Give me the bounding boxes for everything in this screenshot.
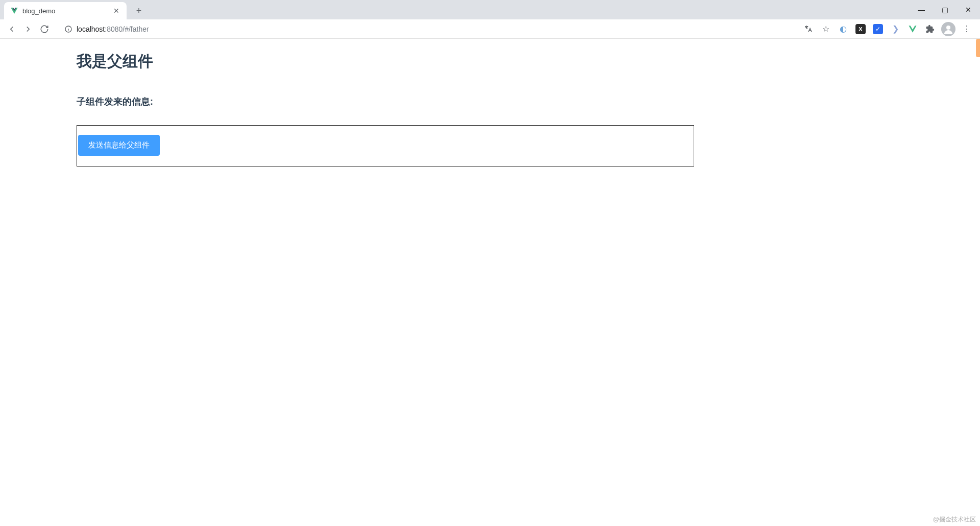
page-title: 我是父组件 xyxy=(77,51,694,72)
translate-icon[interactable] xyxy=(802,23,815,35)
content-wrapper: 我是父组件 子组件发来的信息: 发送信息给父组件 xyxy=(77,51,694,166)
vue-favicon xyxy=(10,7,18,15)
send-to-parent-button[interactable]: 发送信息给父组件 xyxy=(78,135,160,156)
extensions-icon[interactable] xyxy=(924,23,936,35)
tab-title: blog_demo xyxy=(22,7,112,15)
extension-bird-icon[interactable]: ❯ xyxy=(889,23,901,35)
back-button[interactable] xyxy=(4,21,19,37)
svg-point-4 xyxy=(946,26,950,30)
url-host: localhost xyxy=(77,25,105,33)
menu-icon[interactable]: ⋮ xyxy=(961,23,973,35)
child-component-box: 发送信息给父组件 xyxy=(77,125,694,166)
extension-check-icon[interactable]: ✓ xyxy=(872,23,884,35)
page-viewport: 我是父组件 子组件发来的信息: 发送信息给父组件 xyxy=(0,39,980,526)
child-message-label: 子组件发来的信息: xyxy=(77,95,694,108)
maximize-button[interactable]: ▢ xyxy=(933,2,957,18)
tab-strip: blog_demo ✕ + — ▢ ✕ xyxy=(0,0,980,19)
close-tab-icon[interactable]: ✕ xyxy=(112,7,120,15)
window-controls: — ▢ ✕ xyxy=(910,0,980,19)
close-window-button[interactable]: ✕ xyxy=(957,2,980,18)
browser-toolbar: localhost:8080/#/father ☆ ◐ X ✓ ❯ ⋮ xyxy=(0,19,980,39)
address-bar[interactable]: localhost:8080/#/father xyxy=(58,21,798,37)
new-tab-button[interactable]: + xyxy=(132,4,146,18)
reload-button[interactable] xyxy=(37,21,52,37)
toolbar-actions: ☆ ◐ X ✓ ❯ ⋮ xyxy=(802,22,976,36)
extension-circle-icon[interactable]: ◐ xyxy=(837,23,849,35)
forward-button[interactable] xyxy=(20,21,36,37)
minimize-button[interactable]: — xyxy=(910,2,933,18)
info-icon xyxy=(64,25,72,33)
vue-devtools-icon[interactable] xyxy=(906,23,919,35)
profile-avatar[interactable] xyxy=(941,22,955,36)
url-path: :8080/#/father xyxy=(105,25,149,33)
scroll-indicator[interactable] xyxy=(976,39,980,57)
browser-tab[interactable]: blog_demo ✕ xyxy=(4,2,127,19)
star-icon[interactable]: ☆ xyxy=(820,23,832,35)
extension-x-icon[interactable]: X xyxy=(854,23,867,35)
